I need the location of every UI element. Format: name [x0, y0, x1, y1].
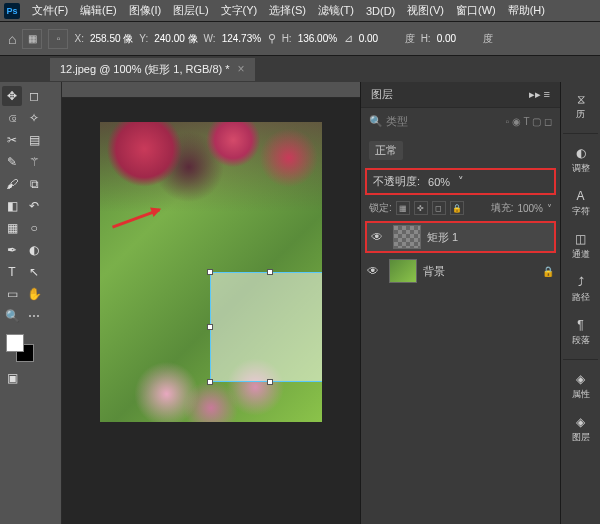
filter-icons[interactable]: ▫ ◉ T ▢ ◻ [506, 116, 552, 127]
handle-bot-mid[interactable] [267, 379, 273, 385]
angle-value[interactable]: 0.00 [359, 33, 399, 44]
type-tool[interactable]: T [2, 262, 22, 282]
menu-select[interactable]: 选择(S) [263, 3, 312, 18]
eyedropper-tool[interactable]: ✎ [2, 152, 22, 172]
extra-tool[interactable]: ⋯ [24, 306, 44, 326]
layer-thumbnail[interactable] [393, 225, 421, 249]
layer-rect-1[interactable]: 👁 矩形 1 [365, 221, 556, 253]
zoom-tool[interactable]: 🔍 [2, 306, 22, 326]
transform-bounding-box[interactable] [210, 272, 322, 382]
ruler-vertical [46, 82, 62, 524]
properties-panel-button[interactable]: ◈属性 [564, 368, 598, 405]
history-icon: ⧖ [577, 92, 585, 106]
menu-filter[interactable]: 滤镜(T) [312, 3, 360, 18]
opacity-value[interactable]: 60% [428, 176, 450, 188]
frame-tool[interactable]: ▤ [24, 130, 44, 150]
layer-thumbnail[interactable] [389, 259, 417, 283]
channels-panel-button[interactable]: ◫通道 [564, 228, 598, 265]
lock-pixels-icon[interactable]: ▦ [396, 201, 410, 215]
x-value[interactable]: 258.50 像 [90, 32, 133, 46]
menu-view[interactable]: 视图(V) [401, 3, 450, 18]
image-flowers-top [100, 122, 322, 212]
h-value[interactable]: 136.00% [298, 33, 338, 44]
menu-file[interactable]: 文件(F) [26, 3, 74, 18]
menu-window[interactable]: 窗口(W) [450, 3, 502, 18]
ruler-horizontal [46, 82, 360, 98]
stamp-tool[interactable]: ⧉ [24, 174, 44, 194]
home-icon[interactable]: ⌂ [8, 31, 16, 47]
paragraph-panel-button[interactable]: ¶段落 [564, 314, 598, 351]
layer-list: 👁 矩形 1 👁 背景 🔒 [361, 219, 560, 524]
wand-tool[interactable]: ✧ [24, 108, 44, 128]
right-dock: ⧖历 ◐调整 A字符 ◫通道 ⤴路径 ¶段落 ◈属性 ◈图层 [560, 82, 600, 524]
blur-tool[interactable]: ○ [24, 218, 44, 238]
layer-name[interactable]: 矩形 1 [427, 230, 458, 245]
h2-value[interactable]: 0.00 [437, 33, 477, 44]
chevron-down-icon[interactable]: ˅ [458, 175, 464, 188]
eraser-tool[interactable]: ◧ [2, 196, 22, 216]
panel-menu-icon[interactable]: ▸▸ ≡ [529, 88, 550, 101]
lock-all-icon[interactable]: 🔒 [450, 201, 464, 215]
menu-edit[interactable]: 编辑(E) [74, 3, 123, 18]
handle-top-mid[interactable] [267, 269, 273, 275]
move-tool[interactable]: ✥ [2, 86, 22, 106]
handle-mid-left[interactable] [207, 324, 213, 330]
lock-position-icon[interactable]: ✜ [414, 201, 428, 215]
layers-panel-button[interactable]: ◈图层 [564, 411, 598, 448]
crop-tool[interactable]: ✂ [2, 130, 22, 150]
transform-icon[interactable]: ▦ [22, 29, 42, 49]
gradient-tool[interactable]: ▦ [2, 218, 22, 238]
color-swatches[interactable] [6, 334, 34, 362]
document-tab[interactable]: 12.jpeg @ 100% (矩形 1, RGB/8) * × [50, 58, 255, 81]
character-panel-button[interactable]: A字符 [564, 185, 598, 222]
search-icon[interactable]: 🔍 类型 [369, 114, 408, 129]
history-panel-button[interactable]: ⧖历 [564, 88, 598, 125]
adjustments-panel-button[interactable]: ◐调整 [564, 142, 598, 179]
pen-tool[interactable]: ✒ [2, 240, 22, 260]
layer-name[interactable]: 背景 [423, 264, 445, 279]
foreground-color[interactable] [6, 334, 24, 352]
marquee-tool[interactable]: ◻ [24, 86, 44, 106]
lock-icon[interactable]: 🔒 [542, 266, 554, 277]
history-brush-tool[interactable]: ↶ [24, 196, 44, 216]
lasso-tool[interactable]: ⟃ [2, 108, 22, 128]
canvas-area [46, 82, 360, 524]
menu-type[interactable]: 文字(Y) [215, 3, 264, 18]
document-canvas[interactable] [100, 122, 322, 422]
hand-tool[interactable]: ✋ [24, 284, 44, 304]
blend-mode-select[interactable]: 正常 [369, 141, 403, 160]
handle-bot-left[interactable] [207, 379, 213, 385]
layer-background[interactable]: 👁 背景 🔒 [361, 255, 560, 287]
panel-tab-layers[interactable]: 图层 ▸▸ ≡ [361, 82, 560, 108]
visibility-icon[interactable]: 👁 [371, 230, 387, 244]
menu-image[interactable]: 图像(I) [123, 3, 167, 18]
document-tab-label: 12.jpeg @ 100% (矩形 1, RGB/8) * [60, 62, 230, 77]
lock-label: 锁定: [369, 201, 392, 215]
heal-tool[interactable]: ⚚ [24, 152, 44, 172]
visibility-icon[interactable]: 👁 [367, 264, 383, 278]
link-icon[interactable]: ⚲ [268, 32, 276, 45]
menu-3d[interactable]: 3D(D) [360, 5, 401, 17]
x-label: X: [74, 33, 83, 44]
w-label: W: [204, 33, 216, 44]
menu-layer[interactable]: 图层(L) [167, 3, 214, 18]
y-value[interactable]: 240.00 像 [154, 32, 197, 46]
lock-artboard-icon[interactable]: ◻ [432, 201, 446, 215]
handle-top-left[interactable] [207, 269, 213, 275]
chevron-down-icon[interactable]: ˅ [547, 203, 552, 214]
opacity-label: 不透明度: [373, 174, 420, 189]
menu-help[interactable]: 帮助(H) [502, 3, 551, 18]
close-icon[interactable]: × [238, 62, 245, 76]
dodge-tool[interactable]: ◐ [24, 240, 44, 260]
mask-mode-icon[interactable]: ▣ [2, 368, 22, 388]
tool-palette: ✥ ◻ ⟃ ✧ ✂ ▤ ✎ ⚚ 🖌 ⧉ ◧ ↶ ▦ ○ ✒ ◐ T ↖ ▭ ✋ … [0, 82, 46, 524]
path-tool[interactable]: ↖ [24, 262, 44, 282]
rect-tool[interactable]: ▭ [2, 284, 22, 304]
fill-value[interactable]: 100% [517, 203, 543, 214]
w-value[interactable]: 124.73% [222, 33, 262, 44]
paths-panel-button[interactable]: ⤴路径 [564, 271, 598, 308]
brush-tool[interactable]: 🖌 [2, 174, 22, 194]
h2-unit: 度 [483, 32, 493, 46]
document-tab-bar: 12.jpeg @ 100% (矩形 1, RGB/8) * × [0, 56, 600, 82]
ref-point-icon[interactable]: ▫ [48, 29, 68, 49]
